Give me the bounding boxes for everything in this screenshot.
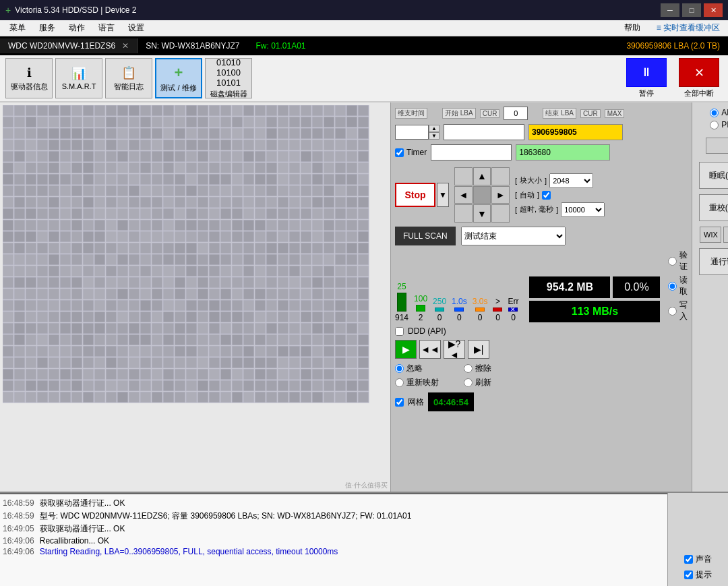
stat-count-3s: 0: [478, 313, 483, 322]
read-radio[interactable]: [668, 282, 677, 291]
menu-item-0[interactable]: 菜单: [3, 21, 32, 35]
compass-s[interactable]: ▼: [473, 204, 491, 223]
minimize-button[interactable]: ─: [661, 3, 679, 17]
step-forward-button[interactable]: ▶?◄: [444, 340, 465, 359]
menu-item-2[interactable]: 动作: [62, 21, 92, 35]
toolbar-editor[interactable]: 010101010010101 磁盘编辑器: [205, 58, 252, 98]
toolbar: ℹ 驱动器信息 📊 S.M.A.R.T 📋 智能日志 + 测试 / 维修 010…: [0, 55, 728, 102]
maximize-button[interactable]: □: [682, 3, 701, 17]
pass-button[interactable]: 通行证: [699, 248, 728, 275]
wix-button[interactable]: WIX: [700, 227, 721, 243]
pio-radio[interactable]: [710, 121, 719, 129]
api-row: API: [710, 108, 728, 117]
scan-canvas: [3, 105, 384, 415]
toolbar-editor-label: 磁盘编辑器: [210, 89, 247, 99]
right-content: 维支时间 开始 LBA CUR 结束 LBA CUR MAX 2:24 ▲: [391, 102, 728, 492]
full-scan-button[interactable]: FULL SCAN: [395, 227, 456, 245]
stat-count-25: 914: [395, 313, 408, 322]
verify-radio[interactable]: [668, 257, 677, 266]
sound-label: 声音: [696, 554, 712, 565]
log-entry: 16:49:06Recallibration... OK: [3, 535, 665, 546]
stat-color-1s: [454, 307, 464, 312]
fast-forward-button[interactable]: ▶|: [468, 340, 489, 359]
cur-label1: CUR: [480, 109, 500, 118]
menu-item-3[interactable]: 语言: [92, 21, 121, 35]
menu-item-1[interactable]: 服务: [32, 21, 62, 35]
compass-nw: [454, 167, 473, 185]
controls-panel: 维支时间 开始 LBA CUR 结束 LBA CUR MAX 2:24 ▲: [391, 102, 692, 492]
remap-radio[interactable]: [395, 378, 404, 387]
write-radio[interactable]: [668, 307, 677, 316]
compass-e[interactable]: ►: [491, 186, 510, 204]
recal-button[interactable]: 重校(C): [699, 194, 728, 221]
erase-row: 擦除: [464, 363, 530, 374]
pause-button[interactable]: ⏸: [626, 58, 667, 87]
menu-item-4[interactable]: 设置: [121, 21, 151, 35]
nd-button[interactable]: ND: [723, 227, 728, 243]
time-spin-up[interactable]: ▲: [429, 125, 439, 132]
pause-icon: ⏸: [640, 65, 653, 80]
smart-icon: 📊: [71, 66, 86, 81]
cur-lba-input[interactable]: [504, 107, 528, 120]
test-result-select[interactable]: 测试结束: [461, 227, 566, 245]
play-button[interactable]: ▶: [395, 340, 417, 359]
log-time: 16:49:05: [3, 524, 34, 533]
auto-bracket: [: [515, 191, 517, 199]
buffer-view[interactable]: ≡ 实时查看缓冲区: [657, 22, 720, 34]
refresh-radio[interactable]: [464, 378, 473, 387]
device-model: WDC WD20NMVW-11EDZS6: [8, 41, 115, 51]
menu-bar-left: 菜单 服务 动作 语言 设置: [3, 21, 151, 35]
network-checkbox[interactable]: [395, 398, 404, 407]
close-button[interactable]: ✕: [704, 3, 723, 17]
sleep-button[interactable]: 睡眠(S): [699, 162, 728, 189]
title-bar: + Victoria 5.34 HDD/SSD | Device 2 ─ □ ✕: [0, 0, 728, 20]
mid-lba-display: 1863680: [516, 144, 610, 160]
timeout-label: 超时, 毫秒: [520, 204, 553, 214]
toolbar-smart[interactable]: 📊 S.M.A.R.T: [55, 58, 102, 98]
sound-checkbox[interactable]: [684, 555, 693, 564]
timeout-select[interactable]: 10000 5000 15000 30000: [561, 202, 605, 217]
tips-checkbox[interactable]: [684, 570, 693, 579]
log-entry: 16:49:06Starting Reading, LBA=0..3906959…: [3, 546, 665, 557]
test-icon: +: [175, 64, 183, 82]
size-controls: [ 块大小 ] 2048 512 1024 4096 [: [515, 173, 605, 217]
compass-n[interactable]: ▲: [473, 167, 491, 185]
auto-checkbox[interactable]: [542, 191, 551, 200]
ignore-label: 忽略: [406, 363, 423, 374]
stop-dropdown[interactable]: ▼: [437, 183, 449, 207]
stat-time-250: 250: [433, 297, 446, 306]
ignore-radio[interactable]: [395, 364, 404, 373]
device-tab[interactable]: WDC WD20NMVW-11EDZS6 ✕: [0, 38, 138, 53]
start-lba-label: 开始 LBA: [442, 108, 476, 119]
refresh-row: 刷新: [464, 377, 530, 388]
timer-checkbox[interactable]: [395, 148, 404, 157]
stats-section: 25 914 100 2 250 0: [395, 250, 688, 322]
toolbar-driver-info[interactable]: ℹ 驱动器信息: [5, 58, 53, 98]
start-lba-input[interactable]: 0: [444, 124, 524, 140]
timer-value-input[interactable]: 0: [431, 144, 512, 160]
help-menu[interactable]: 帮助: [624, 22, 640, 34]
compass: ▲ ◄ ► ▼: [454, 167, 510, 223]
toolbar-test[interactable]: + 测试 / 维修: [155, 58, 202, 98]
time-spin-down[interactable]: ▼: [429, 132, 439, 140]
playback-row: ▶ ◄◄ ▶?◄ ▶|: [395, 340, 688, 359]
rewind-button[interactable]: ◄◄: [419, 340, 441, 359]
editor-icon: 010101010010101: [216, 57, 241, 88]
toolbar-log-label: 智能日志: [114, 82, 144, 92]
timeout-row: [ 超时, 毫秒 ] 10000 5000 15000 30000: [515, 202, 605, 217]
read-row: 读取: [668, 274, 688, 297]
time-input[interactable]: 2:24: [395, 125, 429, 140]
header-row: 维支时间 开始 LBA CUR 结束 LBA CUR MAX: [395, 107, 688, 120]
api-radio[interactable]: [710, 109, 719, 117]
erase-radio[interactable]: [464, 364, 473, 373]
stop-all-button[interactable]: ✕: [679, 58, 719, 87]
ddd-checkbox[interactable]: [395, 327, 404, 336]
block-size-select[interactable]: 2048 512 1024 4096: [549, 173, 593, 188]
auto-row: [ 自动 ]: [515, 190, 605, 200]
toolbar-log[interactable]: 📋 智能日志: [105, 58, 152, 98]
stop-button[interactable]: Stop: [395, 183, 435, 207]
timer-check-wrapper: Timer: [395, 148, 427, 157]
device-close-icon[interactable]: ✕: [122, 41, 129, 51]
compass-w[interactable]: ◄: [454, 186, 473, 204]
app-icon: +: [5, 5, 11, 16]
